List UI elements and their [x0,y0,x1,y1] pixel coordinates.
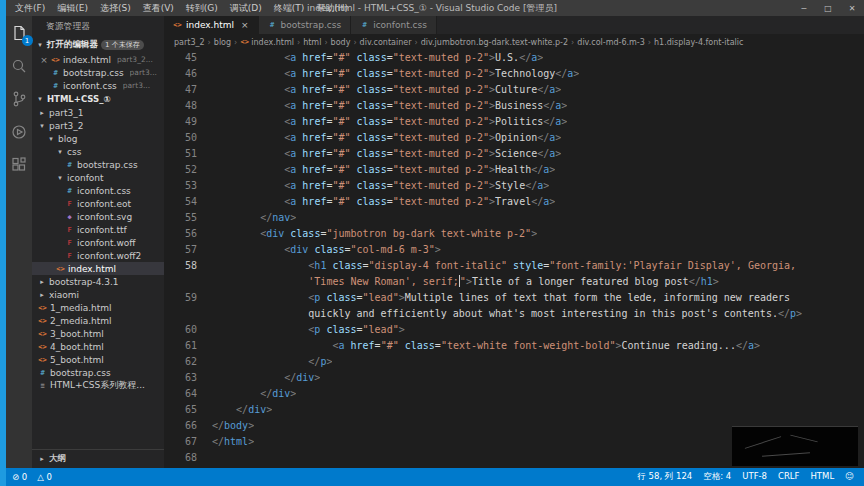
file-4_boot.html[interactable]: <>4_boot.html [32,340,164,353]
folder-iconfont[interactable]: ▾iconfont [32,171,164,184]
code-line[interactable]: 'Times New Roman', serif;">Title of a lo… [164,274,864,290]
file-iconfont.svg[interactable]: ◆iconfont.svg [32,210,164,223]
code-line[interactable]: quickly and efficiently about what's mos… [164,306,864,322]
code-line[interactable]: 57 <div class="col-md-6 m-3"> [164,242,864,258]
close-icon[interactable]: ✕ [840,0,864,16]
token: "col-md-6 m-3" [351,244,435,255]
code-line[interactable]: 60 <p class="lead"> [164,322,864,338]
breadcrumb-item[interactable]: blog [214,38,231,47]
code-line[interactable]: 51 <a href="#" class="text-muted p-2">Sc… [164,146,864,162]
status-encoding[interactable]: UTF-8 [742,471,767,483]
file-3_boot.html[interactable]: <>3_boot.html [32,327,164,340]
folder-blog[interactable]: ▾blog [32,132,164,145]
open-editor-item[interactable]: ×<>index.htmlpart3_2... [32,53,164,66]
code-line[interactable]: 54 <a href="#" class="text-muted p-2">Tr… [164,194,864,210]
close-icon[interactable]: × [241,20,249,30]
code-line[interactable]: 61 <a href="#" class="text-white font-we… [164,338,864,354]
file-iconfont.woff[interactable]: Ficonfont.woff [32,236,164,249]
token: Travel [495,196,531,207]
file-iconfont.eot[interactable]: Ficonfont.eot [32,197,164,210]
folder-part3_2[interactable]: ▾part3_2 [32,119,164,132]
outline-header[interactable]: ▸ 大纲 [32,449,164,468]
code-line[interactable]: 48 <a href="#" class="text-muted p-2">Bu… [164,98,864,114]
folder-css[interactable]: ▾css [32,145,164,158]
breadcrumb-item[interactable]: div.jumbotron.bg-dark.text-white.p-2 [421,38,568,47]
tree-label: bootstrap-4.3.1 [49,277,119,287]
code-line[interactable]: 47 <a href="#" class="text-muted p-2">Cu… [164,82,864,98]
font-file-icon: F [65,200,74,208]
code-line[interactable]: 65 </div> [164,402,864,418]
code-editor[interactable]: 45 <a href="#" class="text-muted p-2">U.… [164,50,864,468]
tab-iconfont.css[interactable]: #iconfont.css [351,16,437,34]
menu-item[interactable]: 编辑(E) [51,2,94,15]
minimize-icon[interactable]: ─ [792,0,816,16]
file-1_media.html[interactable]: <>1_media.html [32,301,164,314]
file-5_boot.html[interactable]: <>5_boot.html [32,353,164,366]
code-line[interactable]: 45 <a href="#" class="text-muted p-2">U.… [164,50,864,66]
file-2_media.html[interactable]: <>2_media.html [32,314,164,327]
search-icon[interactable] [10,57,28,75]
breadcrumb-item[interactable]: h1.display-4.font-italic [654,38,743,47]
file-HTML+CSS系列教程...[interactable]: ≡HTML+CSS系列教程... [32,379,164,392]
breadcrumb-item[interactable]: index.html [251,38,294,47]
menu-item[interactable]: 终端(T) [268,2,311,15]
open-editor-item[interactable]: #iconfont.csspart3... [32,79,164,92]
status-errors[interactable]: ⊘ 0 [12,472,27,482]
file-bootstrap.css[interactable]: #bootstrap.css [32,158,164,171]
code-line[interactable]: 52 <a href="#" class="text-muted p-2">He… [164,162,864,178]
breadcrumb-item[interactable]: html [303,38,321,47]
tab-index.html[interactable]: <>index.html× [164,16,259,34]
workspace-header[interactable]: ▾ HTML+CSS_① [32,92,164,106]
explorer-icon[interactable]: 1 [10,24,28,42]
file-iconfont.css[interactable]: #iconfont.css [32,184,164,197]
menu-item[interactable]: 选择(S) [94,2,137,15]
code-line[interactable]: 58 <h1 class="display-4 font-italic" sty… [164,258,864,274]
menu-item[interactable]: 转到(G) [180,2,224,15]
code-text: </html> [212,434,254,450]
breadcrumb-item[interactable]: part3_2 [174,38,205,47]
status-warnings[interactable]: △ 0 [37,472,52,482]
file-index.html[interactable]: <>index.html [32,262,164,275]
line-number [164,306,212,322]
tab-bootstrap.css[interactable]: #bootstrap.css [259,16,352,34]
status-language-mode[interactable]: HTML [810,471,834,483]
code-line[interactable]: 56 <div class="jumbotron bg-dark text-wh… [164,226,864,242]
status-indentation[interactable]: 空格: 4 [703,471,731,483]
token [212,388,260,399]
open-editor-item[interactable]: #bootstrap.csspart3... [32,66,164,79]
menu-item[interactable]: 调试(D) [224,2,268,15]
line-number: 57 [164,242,212,258]
code-line[interactable]: 59 <p class="lead">Multiple lines of tex… [164,290,864,306]
file-bootstrap.css[interactable]: #bootstrap.css [32,366,164,379]
code-line[interactable]: 49 <a href="#" class="text-muted p-2">Po… [164,114,864,130]
folder-part3_1[interactable]: ▸part3_1 [32,106,164,119]
file-iconfont.woff2[interactable]: Ficonfont.woff2 [32,249,164,262]
token: href [302,68,326,79]
source-control-icon[interactable] [10,90,28,108]
breadcrumb-item[interactable]: div.container [360,38,412,47]
status-eol[interactable]: CRLF [778,471,799,483]
folder-bootstrap-4.3.1[interactable]: ▸bootstrap-4.3.1 [32,275,164,288]
close-icon[interactable]: × [40,55,48,65]
open-editors-header[interactable]: ▾ 打开的编辑器 1 个未保存 [32,37,164,53]
tree-label: part3_1 [49,108,83,118]
code-line[interactable]: 62 </p> [164,354,864,370]
breadcrumb-item[interactable]: div.col-md-6.m-3 [577,38,645,47]
code-line[interactable]: 46 <a href="#" class="text-muted p-2">Te… [164,66,864,82]
status-feedback[interactable]: ☺ [845,471,854,483]
breadcrumb-item[interactable]: body [331,38,351,47]
code-line[interactable]: 50 <a href="#" class="text-muted p-2">Op… [164,130,864,146]
tree-label: 5_boot.html [50,355,104,365]
status-cursor-position[interactable]: 行 58, 列 124 [637,471,692,483]
maximize-icon[interactable]: □ [816,0,840,16]
extensions-icon[interactable] [10,156,28,174]
code-line[interactable]: 64 </div> [164,386,864,402]
menu-item[interactable]: 文件(F) [9,2,51,15]
code-line[interactable]: 55 </nav> [164,210,864,226]
code-line[interactable]: 63 </div> [164,370,864,386]
file-iconfont.ttf[interactable]: Ficonfont.ttf [32,223,164,236]
folder-xiaomi[interactable]: ▸xiaomi [32,288,164,301]
debug-icon[interactable] [10,123,28,141]
code-line[interactable]: 53 <a href="#" class="text-muted p-2">St… [164,178,864,194]
menu-item[interactable]: 查看(V) [137,2,180,15]
